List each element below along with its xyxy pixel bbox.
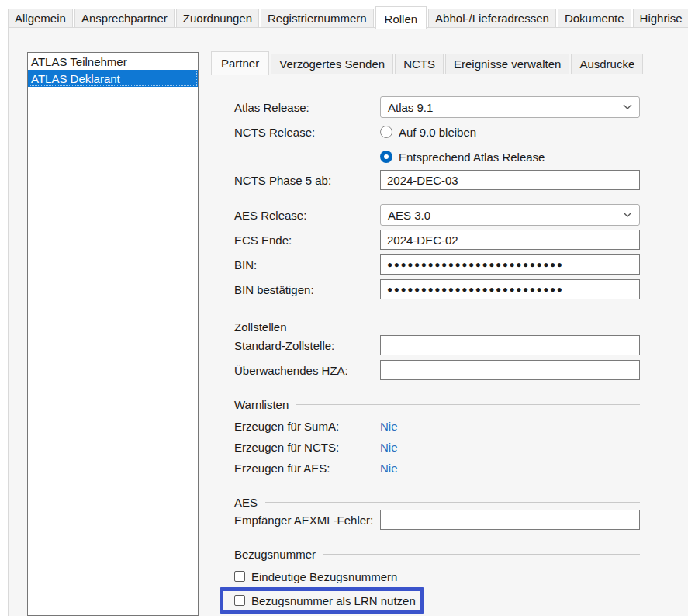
field-row-bin-confirm: BIN bestätigen:: [234, 279, 640, 299]
field-row-atlas-release: Atlas Release: Atlas 9.1: [234, 96, 640, 118]
ecs-ende-label: ECS Ende:: [234, 234, 380, 247]
role-detail-tab-bar: Partner Verzögertes Senden NCTS Ereignis…: [211, 51, 645, 74]
tab-ereignisse-verwalten[interactable]: Ereignisse verwalten: [445, 54, 569, 74]
tab-abhol-lieferadressen[interactable]: Abhol-/Lieferadressen: [428, 9, 556, 28]
group-warnlisten: Warnlisten: [234, 397, 640, 411]
radio-entsprechend-atlas-release[interactable]: Entsprechend Atlas Release: [380, 151, 640, 164]
empfaenger-aexml-label: Empfänger AEXML-Fehler:: [234, 514, 380, 527]
group-bezugsnummer-label: Bezugsnummer: [234, 548, 316, 561]
checkbox-row-eindeutige-bezugsnummern[interactable]: Eindeutige Bezugsnummern: [234, 569, 640, 583]
tab-dokumente[interactable]: Dokumente: [558, 9, 631, 28]
checkbox-row-bezugsnummer-als-lrn[interactable]: Bezugsnummer als LRN nutzen: [234, 594, 640, 607]
ncts-phase5-input[interactable]: [380, 170, 640, 190]
tab-highrise[interactable]: Highrise: [633, 9, 688, 28]
field-row-ecs-ende: ECS Ende:: [234, 230, 640, 250]
field-row-ncts-release-2: Entsprechend Atlas Release: [234, 150, 640, 164]
field-row-ueberwachendes-hza: Überwachendes HZA:: [234, 360, 640, 380]
checkbox-icon[interactable]: [234, 595, 245, 606]
atlas-release-value: Atlas 9.1: [388, 101, 433, 114]
group-aes: AES: [234, 495, 640, 509]
radio-icon[interactable]: [380, 126, 392, 138]
ueberwachendes-hza-input[interactable]: [380, 360, 640, 380]
group-warnlisten-label: Warnlisten: [234, 398, 289, 411]
ncts-phase5-label: NCTS Phase 5 ab:: [234, 174, 380, 187]
ueberwachendes-hza-label: Überwachendes HZA:: [234, 364, 380, 377]
erzeugen-ncts-label: Erzeugen für NCTS:: [234, 441, 380, 454]
field-row-ncts-phase5: NCTS Phase 5 ab:: [234, 170, 640, 190]
group-separator-line: [323, 554, 640, 555]
field-row-erzeugen-aes: Erzeugen für AES: Nie: [234, 461, 640, 475]
bezugsnummer-als-lrn-label: Bezugsnummer als LRN nutzen: [251, 594, 416, 607]
tab-ncts[interactable]: NCTS: [395, 54, 444, 74]
standard-zollstelle-input[interactable]: [380, 335, 640, 355]
chevron-down-icon: [623, 104, 632, 110]
radio-checked-icon[interactable]: [380, 151, 392, 163]
tab-registriernummern[interactable]: Registriernummern: [261, 9, 374, 28]
role-listbox[interactable]: ATLAS Teilnehmer ATLAS Deklarant: [27, 52, 199, 616]
erzeugen-suma-value-link[interactable]: Nie: [380, 420, 398, 433]
group-zollstellen: Zollstellen: [234, 320, 640, 334]
group-bezugsnummer: Bezugsnummer: [234, 547, 640, 561]
field-row-erzeugen-suma: Erzeugen für SumA: Nie: [234, 419, 640, 433]
field-row-standard-zollstelle: Standard-Zollstelle:: [234, 335, 640, 355]
checkbox-icon[interactable]: [234, 571, 245, 582]
group-aes-label: AES: [234, 496, 258, 509]
group-separator-line: [296, 404, 640, 405]
field-row-erzeugen-ncts: Erzeugen für NCTS: Nie: [234, 440, 640, 454]
aes-release-dropdown[interactable]: AES 3.0: [380, 204, 640, 226]
empfaenger-aexml-input[interactable]: [380, 510, 640, 530]
bin-confirm-label: BIN bestätigen:: [234, 283, 380, 296]
aes-release-label: AES Release:: [234, 209, 380, 222]
tab-rollen[interactable]: Rollen: [375, 6, 427, 29]
field-row-ncts-release: NCTS Release: Auf 9.0 bleiben: [234, 125, 640, 139]
atlas-release-label: Atlas Release:: [234, 101, 380, 114]
radio-auf-90-bleiben-label: Auf 9.0 bleiben: [399, 126, 476, 139]
ncts-release-label: NCTS Release:: [234, 126, 380, 139]
bin-label: BIN:: [234, 258, 380, 272]
chevron-down-icon: [623, 212, 632, 218]
erzeugen-aes-value-link[interactable]: Nie: [380, 462, 398, 475]
group-separator-line: [295, 327, 640, 327]
field-row-bin: BIN:: [234, 254, 640, 275]
tab-ausdrucke[interactable]: Ausdrucke: [571, 54, 643, 74]
radio-auf-90-bleiben[interactable]: Auf 9.0 bleiben: [380, 126, 640, 139]
bin-password-input[interactable]: [380, 254, 640, 275]
group-separator-line: [265, 502, 640, 503]
tab-ansprechpartner[interactable]: Ansprechpartner: [74, 9, 175, 28]
standard-zollstelle-label: Standard-Zollstelle:: [234, 339, 380, 352]
group-zollstellen-label: Zollstellen: [234, 320, 287, 334]
tab-verzoegertes-senden[interactable]: Verzögertes Senden: [271, 54, 393, 74]
field-row-empfaenger-aexml: Empfänger AEXML-Fehler:: [234, 510, 640, 530]
list-item-atlas-deklarant[interactable]: ATLAS Deklarant: [28, 70, 198, 87]
erzeugen-aes-label: Erzeugen für AES:: [234, 462, 380, 475]
tab-partner[interactable]: Partner: [211, 51, 269, 75]
bin-confirm-password-input[interactable]: [380, 279, 640, 299]
list-item-atlas-teilnehmer[interactable]: ATLAS Teilnehmer: [28, 53, 198, 70]
ecs-ende-input[interactable]: [380, 230, 640, 250]
eindeutige-bezugsnummern-label: Eindeutige Bezugsnummern: [251, 570, 397, 583]
radio-entsprechend-atlas-release-label: Entsprechend Atlas Release: [399, 151, 545, 164]
main-tab-bar: Allgemein Ansprechpartner Zuordnungen Re…: [8, 2, 688, 28]
field-row-aes-release: AES Release: AES 3.0: [234, 204, 640, 226]
tab-allgemein[interactable]: Allgemein: [8, 9, 73, 28]
aes-release-value: AES 3.0: [388, 209, 430, 222]
tab-zuordnungen[interactable]: Zuordnungen: [176, 9, 259, 28]
atlas-release-dropdown[interactable]: Atlas 9.1: [380, 96, 640, 118]
erzeugen-suma-label: Erzeugen für SumA:: [234, 420, 380, 433]
erzeugen-ncts-value-link[interactable]: Nie: [380, 441, 398, 454]
